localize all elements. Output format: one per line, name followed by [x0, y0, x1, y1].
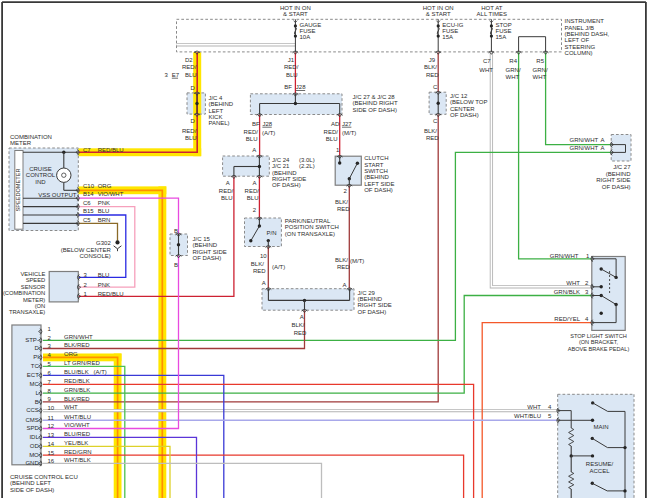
svg-text:RED/: RED/ [284, 64, 299, 70]
svg-text:LEFT: LEFT [208, 108, 223, 114]
svg-text:GRN/WHT: GRN/WHT [550, 253, 579, 259]
svg-text:J28: J28 [296, 84, 306, 90]
svg-text:15A: 15A [496, 34, 507, 40]
svg-text:LT GRN/RED: LT GRN/RED [64, 360, 100, 366]
svg-text:12: 12 [48, 423, 55, 429]
svg-text:GRN/WHT: GRN/WHT [570, 137, 599, 143]
svg-text:BLK/RED: BLK/RED [64, 396, 90, 402]
svg-text:(BEHIND: (BEHIND [606, 171, 631, 177]
svg-text:PARK/NEUTRAL: PARK/NEUTRAL [285, 218, 331, 224]
svg-text:B15: B15 [83, 208, 94, 214]
svg-text:METER): METER) [23, 297, 45, 303]
svg-text:BLU: BLU [326, 136, 338, 142]
svg-text:GRN/: GRN/ [506, 67, 521, 73]
svg-text:IDL: IDL [29, 434, 39, 440]
svg-text:STOP: STOP [496, 22, 512, 28]
svg-text:(A/T): (A/T) [262, 130, 275, 136]
svg-text:R5: R5 [536, 58, 544, 64]
svg-text:(BEHIND DASH,: (BEHIND DASH, [565, 31, 610, 37]
svg-text:J/C 4: J/C 4 [208, 95, 223, 101]
svg-text:BLU: BLU [221, 195, 233, 201]
svg-text:BLK/: BLK/ [335, 257, 348, 263]
svg-text:ECT: ECT [27, 372, 39, 378]
svg-text:A: A [300, 314, 304, 320]
svg-text:AD: AD [331, 121, 340, 127]
svg-text:P/N: P/N [267, 230, 277, 236]
svg-text:CENTER: CENTER [450, 106, 475, 112]
svg-text:D: D [191, 118, 196, 124]
svg-text:ORG: ORG [64, 351, 78, 357]
svg-text:D: D [34, 345, 39, 351]
svg-text:INSTRUMENT: INSTRUMENT [565, 18, 605, 24]
svg-text:WHT: WHT [566, 280, 580, 286]
svg-text:A: A [601, 137, 605, 143]
svg-text:J/C 29: J/C 29 [358, 290, 376, 296]
svg-text:OD: OD [30, 443, 40, 449]
svg-text:B: B [35, 399, 39, 405]
svg-text:GRN/WHT: GRN/WHT [570, 145, 599, 151]
svg-text:J/C 27: J/C 27 [613, 164, 631, 170]
svg-text:STOP LIGHT SWITCH: STOP LIGHT SWITCH [570, 333, 627, 339]
svg-text:(BEHIND: (BEHIND [193, 242, 218, 248]
svg-text:GRN/BLK: GRN/BLK [554, 289, 580, 295]
svg-text:RED: RED [337, 206, 350, 212]
svg-text:RED/: RED/ [182, 128, 197, 134]
svg-text:C: C [433, 84, 438, 90]
svg-text:(ON: (ON [35, 303, 46, 309]
svg-text:(ON TRANSAXLE): (ON TRANSAXLE) [285, 231, 335, 237]
svg-text:(M/T): (M/T) [350, 258, 364, 264]
svg-text:VIO/WHT: VIO/WHT [64, 422, 90, 428]
svg-text:BRN: BRN [98, 217, 111, 223]
svg-text:14: 14 [48, 441, 55, 447]
svg-text:KICK: KICK [208, 114, 222, 120]
svg-text:TC: TC [31, 363, 40, 369]
svg-text:J/C 24: J/C 24 [272, 157, 290, 163]
svg-text:WHT: WHT [64, 404, 78, 410]
svg-text:WHT/BLU: WHT/BLU [514, 413, 541, 419]
svg-text:TRANSAXLE): TRANSAXLE) [9, 309, 45, 315]
svg-text:BLU: BLU [185, 72, 197, 78]
svg-text:RED: RED [426, 135, 439, 141]
svg-text:(BEHIND: (BEHIND [208, 101, 233, 107]
svg-text:GRN/: GRN/ [533, 67, 548, 73]
svg-text:PI: PI [33, 354, 39, 360]
svg-text:J/C 21: J/C 21 [272, 163, 290, 169]
svg-text:GND: GND [25, 460, 39, 466]
svg-text:C: C [433, 118, 438, 124]
svg-text:FUSE: FUSE [442, 28, 458, 34]
svg-text:RED/: RED/ [244, 129, 259, 135]
svg-text:COMBINATION: COMBINATION [10, 134, 52, 140]
svg-text:WHT: WHT [506, 74, 520, 80]
svg-text:YEL/BLK: YEL/BLK [64, 440, 88, 446]
svg-text:B: B [174, 262, 178, 268]
svg-text:J28: J28 [262, 121, 272, 127]
svg-text:D: D [191, 85, 196, 91]
svg-text:RED/BLK: RED/BLK [64, 378, 90, 384]
svg-text:J/C 15: J/C 15 [193, 236, 211, 242]
svg-text:SWITCH: SWITCH [364, 168, 388, 174]
svg-text:GRN/BLK: GRN/BLK [64, 387, 90, 393]
svg-text:A: A [343, 282, 347, 288]
svg-text:16: 16 [48, 458, 55, 464]
svg-text:GAUGE: GAUGE [300, 22, 322, 28]
svg-text:ORG: ORG [98, 183, 112, 189]
svg-text:13: 13 [48, 432, 55, 438]
svg-text:BLU/RED: BLU/RED [64, 431, 91, 437]
svg-text:ACCEL: ACCEL [589, 468, 610, 474]
svg-text:BF: BF [252, 121, 260, 127]
svg-text:(BELOW TOP: (BELOW TOP [450, 99, 487, 105]
svg-text:10: 10 [48, 405, 55, 411]
svg-text:RED/: RED/ [324, 129, 339, 135]
svg-text:WHT/BLU: WHT/BLU [64, 414, 91, 420]
svg-text:OF DASH): OF DASH) [358, 309, 387, 315]
svg-text:STP-: STP- [25, 337, 39, 343]
svg-text:RED/GRN: RED/GRN [64, 449, 92, 455]
svg-text:& START: & START [426, 11, 451, 17]
svg-text:START: START [364, 162, 383, 168]
svg-text:RED: RED [426, 72, 439, 78]
svg-text:CONSOLE): CONSOLE) [79, 253, 110, 259]
svg-text:BLK/: BLK/ [335, 199, 348, 205]
svg-text:10A: 10A [300, 34, 311, 40]
svg-text:METER: METER [10, 140, 32, 146]
svg-text:J/C 12: J/C 12 [450, 93, 468, 99]
